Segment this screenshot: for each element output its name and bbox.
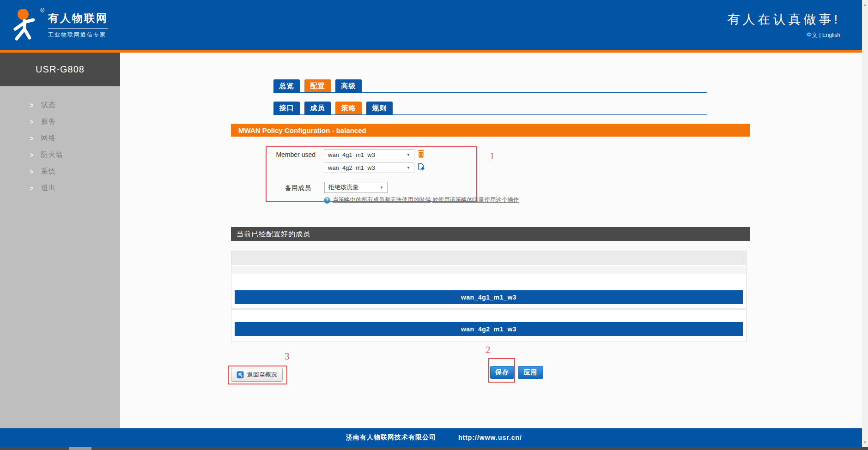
- policy-section-title: MWAN Policy Configuration - balanced: [231, 124, 750, 137]
- primary-tab-bar: 总览 配置 高级: [273, 79, 707, 93]
- members-table-spacer: [231, 310, 746, 322]
- add-member-button[interactable]: [418, 163, 426, 171]
- page-body: USR-G808 > 状态 > 服务 > 网络 > 防火墙 > 系统: [0, 53, 868, 428]
- member-used-label: Member used: [268, 151, 316, 158]
- fallback-member-label: 备用成员: [278, 184, 311, 192]
- top-header: ® 有人物联网 工业物联网通信专家 有人在认真做事! 中文 | English: [0, 0, 868, 50]
- member-row-wan4g1[interactable]: wan_4g1_m1_w3: [235, 290, 743, 304]
- annotation-number-1: 1: [490, 150, 495, 162]
- scroll-down-icon[interactable]: ▼: [862, 439, 868, 445]
- back-button-label: 返回至概况: [247, 371, 277, 379]
- language-switcher: 中文 | English: [727, 31, 840, 39]
- tab-advanced[interactable]: 高级: [335, 79, 362, 92]
- device-name: USR-G808: [0, 53, 120, 86]
- dropdown-arrow-icon: ▼: [407, 153, 410, 157]
- member-select-1-value: wan_4g1_m1_w3: [328, 151, 375, 158]
- annotation-number-2: 2: [486, 344, 491, 356]
- trash-icon: [418, 150, 425, 158]
- fallback-help-row: ? 当策略中的所有成员都无法使用的时候,对使用该策略的流量使用这个操作: [324, 196, 519, 204]
- lang-zh-link[interactable]: 中文: [807, 32, 818, 38]
- brand-block: ® 有人物联网 工业物联网通信专家: [9, 6, 108, 43]
- usr-person-icon: [9, 6, 43, 43]
- main-content: 总览 配置 高级 接口 成员 策略 规则 MWAN Policy Configu…: [120, 53, 868, 428]
- secondary-tab-bar: 接口 成员 策略 规则: [273, 102, 707, 115]
- fallback-select[interactable]: 拒绝该流量 ▼: [324, 182, 388, 193]
- sidebar-item-services[interactable]: > 服务: [0, 113, 120, 130]
- chevron-right-icon: >: [30, 134, 33, 142]
- members-table-spacer: [231, 336, 746, 342]
- tab-interface[interactable]: 接口: [273, 102, 300, 114]
- scroll-up-icon[interactable]: ▲: [862, 1, 868, 8]
- sidebar-item-label: 状态: [41, 101, 56, 109]
- sidebar-item-network[interactable]: > 网络: [0, 130, 120, 146]
- members-table-header-row: [231, 251, 746, 266]
- sidebar-item-firewall[interactable]: > 防火墙: [0, 146, 120, 163]
- member-select-1[interactable]: wan_4g1_m1_w3 ▼: [324, 149, 414, 160]
- footer: 济南有人物联网技术有限公司 http://www.usr.cn/: [0, 428, 868, 447]
- save-button[interactable]: 保存: [490, 366, 514, 379]
- fallback-select-value: 拒绝该流量: [328, 183, 358, 192]
- tab-rule[interactable]: 规则: [366, 102, 393, 114]
- vertical-scrollbar[interactable]: ▲ ▼: [862, 0, 868, 447]
- members-table-subheader-row: [231, 266, 746, 274]
- member-select-2-value: wan_4g2_m1_w3: [328, 164, 375, 171]
- header-right: 有人在认真做事! 中文 | English: [727, 11, 840, 39]
- footer-company: 济南有人物联网技术有限公司: [346, 433, 436, 442]
- lang-en-link[interactable]: English: [822, 32, 840, 38]
- add-page-icon: [418, 163, 425, 171]
- back-to-overview-icon: [237, 371, 244, 378]
- brand-subtitle: 工业物联网通信专家: [48, 28, 108, 39]
- chevron-right-icon: >: [30, 184, 33, 192]
- sidebar-item-system[interactable]: > 系统: [0, 163, 120, 180]
- registered-mark: ®: [40, 7, 44, 14]
- tab-overview[interactable]: 总览: [273, 79, 300, 92]
- brand-text: 有人物联网 工业物联网通信专家: [48, 11, 108, 39]
- sidebar-item-label: 网络: [41, 134, 56, 143]
- members-section-title: 当前已经配置好的成员: [231, 227, 750, 241]
- fallback-help-text: 当策略中的所有成员都无法使用的时候,对使用该策略的流量使用这个操作: [333, 196, 519, 204]
- members-table-spacer: [231, 304, 746, 308]
- member-row-wan4g2[interactable]: wan_4g2_m1_w3: [235, 322, 743, 336]
- help-icon: ?: [324, 197, 330, 204]
- tab-policy[interactable]: 策略: [335, 102, 362, 114]
- horizontal-scrollbar[interactable]: [0, 447, 868, 450]
- members-table: wan_4g1_m1_w3 wan_4g2_m1_w3: [231, 251, 747, 342]
- back-to-overview-button[interactable]: 返回至概况: [231, 368, 283, 382]
- usr-logo: ®: [9, 6, 43, 43]
- lang-separator: |: [819, 32, 820, 38]
- header-slogan: 有人在认真做事!: [727, 11, 840, 28]
- horizontal-scrollbar-thumb[interactable]: [69, 447, 91, 450]
- members-table-spacer: [231, 274, 746, 290]
- dropdown-arrow-icon: ▼: [407, 166, 410, 170]
- sidebar-item-logout[interactable]: > 退出: [0, 180, 120, 196]
- chevron-right-icon: >: [30, 151, 33, 159]
- sidebar-menu: > 状态 > 服务 > 网络 > 防火墙 > 系统 > 退出: [0, 86, 120, 196]
- dropdown-arrow-icon: ▼: [380, 186, 383, 190]
- chevron-right-icon: >: [30, 168, 33, 175]
- sidebar-item-label: 退出: [41, 184, 56, 192]
- apply-button[interactable]: 应用: [518, 366, 543, 379]
- sidebar-item-label: 服务: [41, 117, 56, 126]
- chevron-right-icon: >: [30, 101, 33, 109]
- annotation-number-3: 3: [285, 351, 290, 362]
- brand-title: 有人物联网: [48, 11, 108, 25]
- footer-url-link[interactable]: http://www.usr.cn/: [458, 434, 522, 441]
- tab-member[interactable]: 成员: [304, 102, 331, 114]
- sidebar-item-label: 防火墙: [41, 150, 63, 159]
- chevron-right-icon: >: [30, 118, 33, 126]
- tab-configuration[interactable]: 配置: [304, 79, 331, 92]
- delete-member-button[interactable]: [418, 150, 426, 158]
- sidebar-item-label: 系统: [41, 167, 56, 176]
- member-select-2[interactable]: wan_4g2_m1_w3 ▼: [324, 162, 414, 173]
- sidebar: USR-G808 > 状态 > 服务 > 网络 > 防火墙 > 系统: [0, 53, 120, 428]
- sidebar-item-status[interactable]: > 状态: [0, 96, 120, 113]
